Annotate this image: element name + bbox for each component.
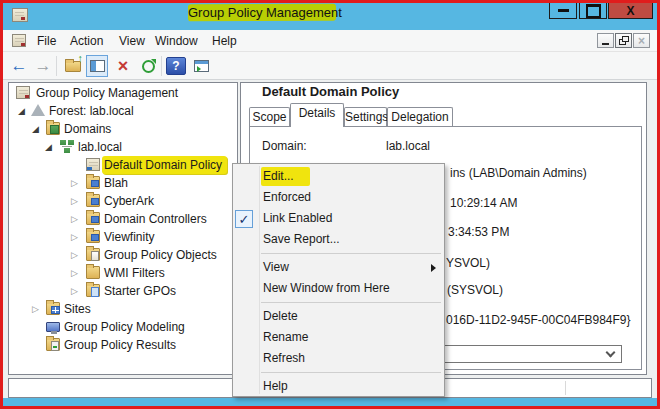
domain-field-label: Domain: xyxy=(262,139,307,153)
menu-item-label: Link Enabled xyxy=(263,211,332,225)
back-icon[interactable]: ← xyxy=(8,56,30,76)
forest-icon xyxy=(31,104,45,116)
computer-version-value-fragment: (SYSVOL) xyxy=(447,283,503,297)
menu-view[interactable]: View xyxy=(119,33,145,50)
expander-closed-icon[interactable]: ▷ xyxy=(71,282,78,300)
tree-item-label: WMI Filters xyxy=(104,264,165,282)
tree-item-group-policy-results[interactable]: Group Policy Results xyxy=(9,336,237,354)
menu-action[interactable]: Action xyxy=(70,33,103,50)
context-menu-help[interactable]: Help xyxy=(233,376,444,397)
menu-file[interactable]: File xyxy=(37,33,56,50)
up-one-level-icon[interactable]: ↑ xyxy=(62,56,84,76)
modeling-icon xyxy=(46,322,60,332)
tree-item-sites[interactable]: ▷ Sites xyxy=(9,300,237,318)
expander-closed-icon[interactable]: ▷ xyxy=(71,210,78,228)
tree-item-blah[interactable]: ▷ Blah xyxy=(9,174,237,192)
tab-scope[interactable]: Scope xyxy=(249,107,290,127)
minimize-button[interactable] xyxy=(549,2,577,19)
expander-closed-icon[interactable]: ▷ xyxy=(71,264,78,282)
tree-item-label: Group Policy Results xyxy=(64,336,176,354)
menu-item-label: Enforced xyxy=(263,190,311,204)
gpo-link-icon xyxy=(86,158,100,171)
ou-folder-icon xyxy=(86,230,100,243)
starter-gpos-icon xyxy=(86,284,100,297)
delete-icon[interactable]: × xyxy=(112,56,134,76)
checkmark-icon: ✓ xyxy=(235,210,253,228)
expander-closed-icon[interactable]: ▷ xyxy=(71,228,78,246)
context-menu-new-window-from-here[interactable]: New Window from Here xyxy=(233,278,444,299)
show-console-tree-icon[interactable] xyxy=(86,55,108,77)
tree-item-label: Group Policy Management xyxy=(36,84,178,102)
gpmc-window: Group Policy Management X File Action Vi… xyxy=(0,0,660,409)
created-value-fragment: 10:29:14 AM xyxy=(450,196,517,210)
user-version-value-fragment: YSVOL) xyxy=(446,256,490,270)
tree-item-label: CyberArk xyxy=(104,192,154,210)
window-title: Group Policy Management xyxy=(188,5,336,20)
refresh-icon[interactable] xyxy=(137,56,159,76)
tree-item-starter-gpos[interactable]: ▷ Starter GPOs xyxy=(9,282,237,300)
context-menu-save-report[interactable]: Save Report... xyxy=(233,229,444,250)
expander-open-icon[interactable]: ◢ xyxy=(18,102,25,120)
expander-open-icon[interactable]: ◢ xyxy=(32,120,39,138)
sites-folder-icon xyxy=(46,302,60,315)
close-button[interactable]: X xyxy=(608,2,653,19)
child-minimize-button[interactable] xyxy=(597,33,614,48)
context-menu-view[interactable]: View xyxy=(233,257,444,278)
tree-item-label: Blah xyxy=(104,174,128,192)
tree-item-label: Starter GPOs xyxy=(104,282,176,300)
tab-settings[interactable]: Settings xyxy=(344,107,387,127)
child-close-button[interactable]: × xyxy=(633,33,650,48)
gpo-folder-icon xyxy=(86,248,100,261)
menu-item-label: Help xyxy=(263,379,288,393)
ou-folder-icon xyxy=(86,212,100,225)
tree-item-group-policy-modeling[interactable]: Group Policy Modeling xyxy=(9,318,237,336)
domain-icon xyxy=(60,140,74,153)
context-menu-rename[interactable]: Rename xyxy=(233,327,444,348)
menu-item-label: View xyxy=(263,260,289,274)
submenu-arrow-icon xyxy=(431,264,436,272)
toolbar-separator xyxy=(56,56,57,76)
tree-item-domain-controllers[interactable]: ▷ Domain Controllers xyxy=(9,210,237,228)
maximize-button[interactable] xyxy=(579,2,607,19)
export-list-icon[interactable] xyxy=(190,56,212,76)
expander-closed-icon[interactable]: ▷ xyxy=(71,174,78,192)
tree-item-label: Domains xyxy=(64,120,111,138)
tree-item-group-policy-objects[interactable]: ▷ Group Policy Objects xyxy=(9,246,237,264)
modified-value-fragment: 3:34:53 PM xyxy=(448,225,509,239)
domains-folder-icon xyxy=(46,122,60,135)
menu-item-label: Delete xyxy=(263,309,298,323)
expander-closed-icon[interactable]: ▷ xyxy=(71,246,78,264)
menu-item-label: Rename xyxy=(263,330,308,344)
tree-item-lab-local[interactable]: ◢ lab.local xyxy=(9,138,237,156)
tree-item-domains[interactable]: ◢ Domains xyxy=(9,120,237,138)
tree-item-forest-lab-local[interactable]: ◢ Forest: lab.local xyxy=(9,102,237,120)
tree-item-default-domain-policy[interactable]: Default Domain Policy xyxy=(9,156,237,174)
child-restore-button[interactable] xyxy=(615,33,632,48)
help-icon[interactable]: ? xyxy=(166,57,186,75)
menu-help[interactable]: Help xyxy=(212,33,237,50)
expander-closed-icon[interactable]: ▷ xyxy=(71,192,78,210)
context-menu-edit[interactable]: Edit... xyxy=(233,166,444,187)
expander-open-icon[interactable]: ◢ xyxy=(45,138,52,156)
forward-icon[interactable]: → xyxy=(32,56,54,76)
tree-item-cyberark[interactable]: ▷ CyberArk xyxy=(9,192,237,210)
expander-closed-icon[interactable]: ▷ xyxy=(32,300,39,318)
tab-details[interactable]: Details xyxy=(290,103,344,127)
tree-item-group-policy-management[interactable]: Group Policy Management xyxy=(9,84,237,102)
menu-window[interactable]: Window xyxy=(155,33,198,50)
context-menu-link-enabled[interactable]: Link Enabled xyxy=(233,208,444,229)
gpo-context-menu: Edit... Enforced Link Enabled Save Repor… xyxy=(232,163,445,397)
results-folder-icon xyxy=(46,338,60,351)
context-menu-delete[interactable]: Delete xyxy=(233,306,444,327)
app-icon xyxy=(12,8,28,22)
context-menu-refresh[interactable]: Refresh xyxy=(233,348,444,369)
menu-separator xyxy=(261,372,441,373)
tree-item-label: Viewfinity xyxy=(104,228,154,246)
tree-item-viewfinity[interactable]: ▷ Viewfinity xyxy=(9,228,237,246)
tree-item-wmi-filters[interactable]: ▷ WMI Filters xyxy=(9,264,237,282)
wmi-filters-icon xyxy=(86,266,100,279)
context-menu-enforced[interactable]: Enforced xyxy=(233,187,444,208)
chevron-down-icon xyxy=(606,348,616,358)
tab-delegation[interactable]: Delegation xyxy=(387,107,453,127)
menu-item-label: New Window from Here xyxy=(263,281,390,295)
